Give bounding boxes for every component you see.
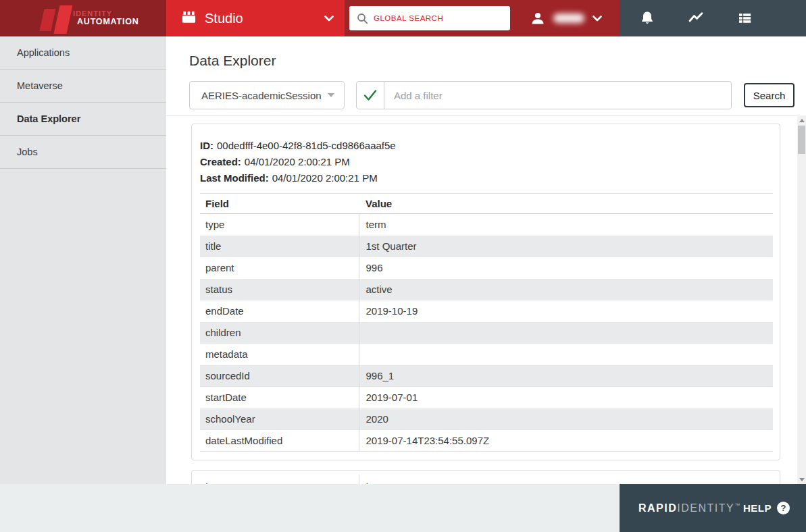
search-controls: AERIES-academicSession Search [189, 81, 795, 109]
table-row: typeterm [200, 214, 773, 236]
sidebar-item-applications[interactable]: Applications [0, 36, 166, 70]
activity-button[interactable] [687, 9, 705, 27]
filter-valid-button[interactable] [357, 82, 384, 109]
record-modified: Last Modified:04/01/2020 2:00:21 PM [200, 170, 772, 186]
table-cell: startDate [200, 387, 359, 408]
app-switcher-menu[interactable]: Studio [166, 0, 345, 36]
identity-automation-logo[interactable]: IDENTITY AUTOMATION [0, 0, 166, 36]
table-row: startDate2019-07-01 [200, 387, 773, 408]
record-meta: ID:00dedfff-4e00-42f8-81d5-cd9866aaaf5e … [200, 138, 772, 186]
help-question-icon: ? [777, 502, 790, 514]
record-modified-value: 04/01/2020 2:00:21 PM [272, 172, 378, 184]
table-cell: 2019-07-14T23:54:55.097Z [359, 430, 773, 452]
scroll-down-arrow-icon[interactable] [797, 475, 806, 484]
filter-input[interactable] [384, 82, 731, 109]
results-scrollbar[interactable] [797, 115, 806, 484]
user-icon [530, 11, 545, 26]
global-search-input[interactable] [374, 14, 488, 22]
logo-text: IDENTITY AUTOMATION [73, 9, 139, 27]
table-cell: active [359, 279, 773, 300]
help-button[interactable]: HELP ? [743, 502, 790, 514]
record-table-body: typetermtitle1st Quarterparent996statusa… [200, 214, 773, 452]
app-name: Studio [205, 11, 243, 26]
global-search [349, 6, 510, 30]
table-row: metadata [200, 344, 773, 365]
table-cell: dateLastModified [200, 430, 359, 452]
scrollbar-thumb[interactable] [798, 126, 805, 154]
record-created-label: Created: [200, 156, 241, 167]
record2-table-body: typeterm [200, 475, 773, 484]
table-cell: children [200, 322, 359, 344]
table-cell: 1st Quarter [359, 236, 773, 257]
logo-line2: AUTOMATION [77, 18, 139, 27]
record-id: ID:00dedfff-4e00-42f8-81d5-cd9866aaaf5e [200, 138, 772, 154]
footer: RAPIDIDENTITY™ HELP ? [0, 484, 806, 532]
record-table: Field Value typetermtitle1st Quarterpare… [200, 193, 773, 452]
bell-icon [639, 10, 655, 26]
search-button[interactable]: Search [744, 83, 795, 107]
record-card-partial: typeterm [191, 470, 780, 484]
table-cell: sourcedId [200, 365, 359, 387]
table-cell: 2019-07-01 [359, 387, 773, 408]
footer-brand-bar: RAPIDIDENTITY™ HELP ? [620, 484, 806, 532]
notifications-button[interactable] [638, 9, 656, 27]
table-cell [359, 344, 773, 365]
record-card: ID:00dedfff-4e00-42f8-81d5-cd9866aaaf5e … [191, 124, 780, 460]
list-icon [737, 11, 753, 26]
record-modified-label: Last Modified: [200, 172, 269, 184]
table-header-row: Field Value [200, 194, 773, 214]
table-cell: 996 [359, 257, 773, 279]
table-row: schoolYear2020 [200, 408, 773, 430]
table-row: sourcedId996_1 [200, 365, 773, 387]
studio-icon [181, 9, 197, 28]
table-cell: 2020 [359, 408, 773, 430]
search-icon [356, 12, 368, 24]
table-cell: 2019-10-19 [359, 300, 773, 322]
sidebar-item-jobs[interactable]: Jobs [0, 136, 166, 169]
table-cell: parent [200, 257, 359, 279]
activity-icon [687, 10, 705, 26]
chevron-down-icon [324, 12, 334, 24]
record-id-label: ID: [200, 140, 213, 151]
record-created: Created:04/01/2020 2:00:21 PM [200, 154, 772, 170]
column-header-field: Field [200, 194, 359, 214]
topbar-right [620, 0, 806, 36]
record-created-value: 04/01/2020 2:00:21 PM [245, 156, 350, 167]
table-cell: endDate [200, 300, 359, 322]
filter-group [356, 81, 732, 109]
brand-rest: IDENTITY [677, 502, 734, 514]
main-content: Data Explorer AERIES-academicSession Sea… [166, 36, 806, 484]
table-cell: metadata [200, 344, 359, 365]
sidebar-nav: ApplicationsMetaverseData ExplorerJobs [0, 36, 166, 484]
record-id-value: 00dedfff-4e00-42f8-81d5-cd9866aaaf5e [217, 140, 396, 151]
table-cell: status [200, 279, 359, 300]
table-row: children [200, 322, 773, 344]
table-cell: type [200, 475, 359, 484]
help-label: HELP [743, 502, 772, 514]
brand-trademark: ™ [734, 502, 741, 508]
table-row: statusactive [200, 279, 773, 300]
table-cell: term [359, 214, 773, 236]
table-row: title1st Quarter [200, 236, 773, 257]
list-menu-button[interactable] [736, 9, 753, 27]
table-cell [359, 322, 773, 344]
scroll-up-arrow-icon[interactable] [797, 115, 806, 125]
table-row: parent996 [200, 257, 773, 279]
dataset-select[interactable]: AERIES-academicSession [189, 81, 345, 109]
table-cell: 996_1 [359, 365, 773, 387]
table-cell: schoolYear [200, 408, 359, 430]
table-row: dateLastModified2019-07-14T23:54:55.097Z [200, 430, 773, 452]
sidebar-item-data-explorer[interactable]: Data Explorer [0, 103, 166, 136]
check-icon [361, 86, 379, 104]
user-menu[interactable] [530, 11, 602, 26]
table-row: typeterm [200, 475, 773, 484]
chevron-down-icon [593, 16, 602, 22]
record2-table: typeterm [200, 475, 773, 484]
brand-bold: RAPID [638, 502, 677, 514]
column-header-value: Value [359, 194, 773, 214]
sidebar-item-metaverse[interactable]: Metaverse [0, 70, 166, 103]
dataset-select-value: AERIES-academicSession [201, 90, 328, 101]
table-row: endDate2019-10-19 [200, 300, 773, 322]
table-cell: type [200, 214, 359, 236]
rapididentity-logo: RAPIDIDENTITY™ [638, 502, 741, 514]
